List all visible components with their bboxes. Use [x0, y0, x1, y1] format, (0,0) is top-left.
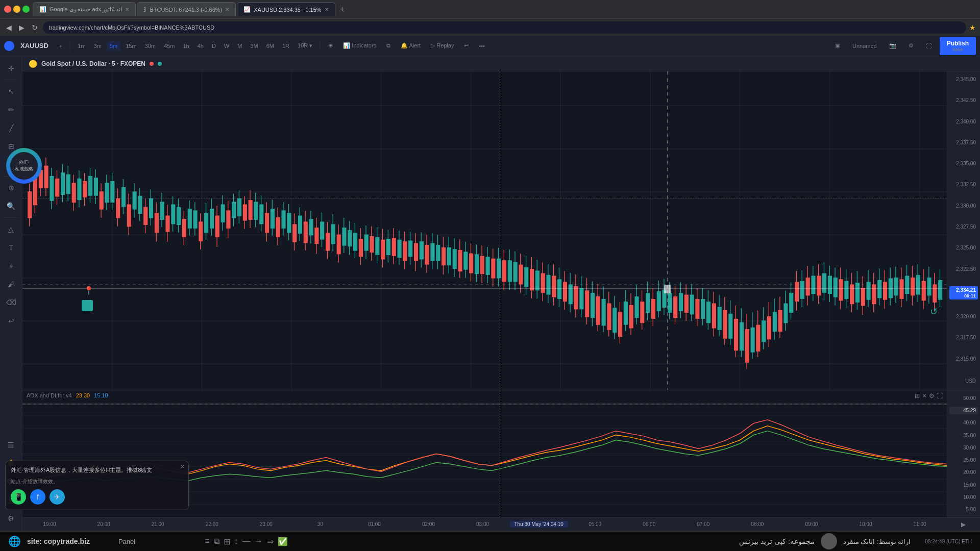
time-1000: 10:00 [839, 521, 893, 527]
facebook-icon[interactable]: f [30, 489, 45, 505]
time-info: 08:24:49 (UTC) ETH [925, 539, 972, 544]
ind-fullscreen-btn[interactable]: ⛶ [937, 392, 943, 399]
nav-reload-btn[interactable]: ↻ [30, 22, 40, 33]
telegram-icon[interactable]: ✈ [50, 489, 65, 505]
eraser-tool[interactable]: ⌫ [3, 294, 19, 311]
text-tool[interactable]: T [3, 239, 19, 256]
tf-1r[interactable]: 1R [279, 41, 292, 51]
tf-15m[interactable]: 15m [122, 41, 139, 51]
line-tool[interactable]: ╱ [3, 120, 19, 136]
zoom-tool[interactable]: 🔍 [3, 198, 19, 214]
undo-btn[interactable]: ↩ [460, 40, 473, 51]
main-chart-area: 🟡 Gold Spot / U.S. Dollar · 5 · FXOPEN [22, 56, 980, 531]
time-0300: 03:00 [456, 521, 510, 527]
templates-btn[interactable]: ⧉ [382, 40, 395, 51]
currency-label: USD [949, 376, 978, 386]
tf-45m[interactable]: 45m [161, 41, 178, 51]
minimize-window-btn[interactable] [13, 6, 20, 13]
price-2322: 2,322.50 [949, 265, 978, 273]
publish-button[interactable]: Publish Save [940, 37, 976, 55]
ad-popup-close-btn[interactable]: × [181, 463, 184, 470]
more-btn[interactable]: ••• [475, 41, 489, 51]
bottom-bar-left: 🌐 site: copytrade.biz [8, 535, 90, 547]
tf-1m[interactable]: 1m [75, 41, 88, 51]
add-symbol-btn[interactable]: + [55, 41, 66, 51]
tf-3m-long[interactable]: 3M [247, 41, 261, 51]
time-0500: 05:00 [568, 521, 622, 527]
nav-icon-1: ≡ [205, 537, 209, 546]
shapes-tool[interactable]: △ [3, 221, 19, 237]
tab-google-search[interactable]: 📊 Google جستجوی adx اندیکاتور ✕ [33, 2, 136, 16]
settings-panel-tool[interactable]: ⚙ [3, 510, 19, 527]
time-0900: 09:00 [785, 521, 839, 527]
tab-label-3: XAUUSD 2,334.35 −0.15% [254, 7, 321, 13]
indicator-price-axis: 50.00 45.29 40.00 35.00 30.00 25.00 20.0… [947, 390, 980, 517]
ind-expand-btn[interactable]: ⊞ [915, 392, 920, 399]
price-2332: 2,332.50 [949, 181, 978, 188]
bookmark-icon[interactable]: ★ [969, 23, 976, 32]
ad-desc-line2: 站点·介绍故障效效。 [11, 479, 58, 484]
draw-tool[interactable]: ✏ [3, 102, 19, 118]
tf-1h[interactable]: 1h [180, 41, 192, 51]
tf-d[interactable]: D [209, 41, 219, 51]
fullscreen-btn[interactable]: ⛶ [922, 41, 936, 51]
new-tab-button[interactable]: + [336, 3, 349, 15]
tab-favicon-3: 📈 [243, 6, 251, 13]
tradingview-toolbar: XAUUSD + 1m 3m 5m 15m 30m 45m 1h 4h D W … [0, 36, 980, 56]
undo-chart-tool[interactable]: ↩ [3, 313, 19, 329]
ind-settings-btn[interactable]: ⚙ [929, 392, 935, 399]
tf-30m[interactable]: 30m [142, 41, 159, 51]
crosshair-tool[interactable]: ✛ [3, 60, 19, 77]
settings-btn[interactable]: ⚙ [904, 40, 918, 51]
address-bar[interactable]: tradingview.com/chart/cMbjOsFI/?symbol=B… [43, 21, 966, 34]
ad-title-line1: 外汇·管理海外A股信息，大量连接多位H主题。推磁8贴文 [11, 467, 152, 473]
whatsapp-icon[interactable]: 📱 [11, 489, 26, 505]
tf-10r[interactable]: 10R ▾ [295, 41, 315, 51]
brush-tool[interactable]: 🖌 [3, 276, 19, 292]
tf-3m[interactable]: 3m [91, 41, 105, 51]
circle-widget[interactable]: 外汇· 私域战略 [6, 148, 42, 184]
ind-close-btn[interactable]: ✕ [922, 392, 927, 399]
price-2320: 2,320.00 [949, 313, 978, 320]
svg-rect-277 [580, 288, 583, 309]
current-price-value: 2,334.21 [956, 287, 976, 293]
svg-rect-215 [271, 209, 275, 228]
compare-btn[interactable]: ⊕ [324, 40, 337, 51]
camera-btn[interactable]: 📷 [885, 40, 900, 51]
tab-close-2[interactable]: ✕ [225, 7, 229, 12]
tf-w[interactable]: W [221, 41, 232, 51]
tf-m[interactable]: M [234, 41, 245, 51]
cursor-tool[interactable]: ↖ [3, 83, 19, 99]
tab-xauusd[interactable]: 📈 XAUUSD 2,334.35 −0.15% ✕ [237, 2, 335, 16]
candlestick-chart [22, 71, 947, 390]
replay-btn[interactable]: ▷ Replay [427, 40, 458, 51]
anchored-tool[interactable]: ⌖ [3, 258, 19, 274]
svg-rect-281 [602, 299, 605, 325]
svg-rect-105 [564, 282, 567, 301]
tab-close-3[interactable]: ✕ [325, 7, 329, 12]
indicators-btn[interactable]: 📊 Indicators [339, 40, 380, 51]
tf-5m[interactable]: 5m [107, 41, 120, 51]
site-url-label: site: copytrade.biz [27, 537, 90, 545]
close-window-btn[interactable] [4, 6, 11, 13]
maximize-window-btn[interactable] [22, 6, 30, 13]
tf-6m[interactable]: 6M [263, 41, 277, 51]
tf-4h[interactable]: 4h [194, 41, 207, 51]
chart-title: Gold Spot / U.S. Dollar · 5 · FXOPEN [41, 60, 145, 67]
nav-back-btn[interactable]: ◀ [4, 22, 14, 33]
ind-price-20: 20.00 [949, 468, 978, 476]
layout-name[interactable]: Unnamed [848, 41, 881, 51]
tab-close-1[interactable]: ✕ [125, 7, 129, 12]
symbol-label[interactable]: XAUUSD [20, 42, 48, 49]
svg-rect-227 [331, 224, 335, 243]
time-highlight: Thu 30 May '24 04:10 [510, 521, 568, 528]
nav-forward-btn[interactable]: ▶ [17, 22, 27, 33]
go-to-now-btn[interactable]: ▶ [961, 521, 966, 528]
layout-icon[interactable]: ▣ [831, 40, 844, 51]
circle-outer: 外汇· 私域战略 [6, 148, 42, 184]
tab-favicon-2: ₿ [143, 7, 146, 13]
watchlist-tool[interactable]: ☰ [3, 437, 19, 453]
price-chart[interactable]: 📍 ↺ [22, 71, 947, 390]
tab-btcusdt[interactable]: ₿ BTCUSDT: 67241.3 (-0.66%) ✕ [137, 2, 236, 16]
alert-btn[interactable]: 🔔 Alert [397, 40, 425, 51]
